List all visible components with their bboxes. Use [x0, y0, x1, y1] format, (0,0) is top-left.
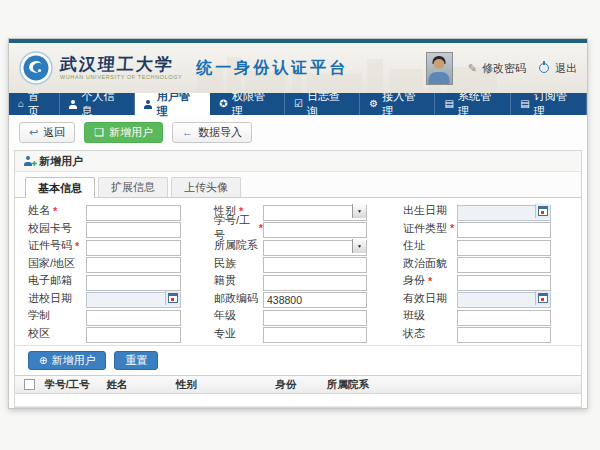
country-region-label: 国家/地区: [28, 256, 86, 271]
main-nav: ⌂首页个人信息用户管理✪权限管理☑日志查询⚙接入管理▤系统管理▤订阅管理: [9, 93, 587, 115]
name-label: 姓名*: [28, 203, 86, 218]
campus-label: 校区: [28, 326, 86, 341]
edit-pencil-icon: ✎: [468, 62, 477, 75]
form-row: 姓名*性别*▼出生日期: [15, 202, 581, 220]
university-name: 武汉理工大学: [59, 56, 183, 73]
change-password-link[interactable]: 修改密码: [482, 61, 526, 76]
add-user-toolbar-button[interactable]: ❏ 新增用户: [84, 122, 163, 143]
panel-header: ✚ 新增用户: [15, 151, 581, 172]
logout-link[interactable]: 退出: [555, 61, 577, 76]
calendar-icon[interactable]: [535, 204, 550, 218]
form-row: 电子邮箱籍贯身份*: [15, 272, 581, 290]
address-input[interactable]: [457, 240, 551, 256]
dropdown-arrow-icon[interactable]: ▼: [352, 204, 366, 218]
id-type-input[interactable]: [457, 222, 551, 238]
grade-label: 年级: [214, 308, 263, 323]
column-header-name: 姓名: [102, 378, 172, 392]
class-input[interactable]: [457, 310, 551, 326]
native-place-input[interactable]: [263, 275, 367, 291]
nav-item-label: 接入管理: [382, 89, 425, 119]
country-region-input[interactable]: [86, 257, 181, 273]
tab-upload-avatar[interactable]: 上传头像: [171, 177, 241, 197]
gender-field: ▼: [263, 203, 367, 219]
column-header-gender: 性别: [172, 378, 271, 392]
add-user-icon: ❏: [94, 127, 104, 138]
nav-item-subscription-management[interactable]: ▤订阅管理: [511, 93, 587, 115]
calendar-icon[interactable]: [535, 291, 550, 305]
school-system-field: [86, 308, 181, 324]
column-header-actions: 操作: [577, 378, 581, 392]
department-field: ▼: [263, 238, 367, 254]
column-header-department: 所属院系: [323, 378, 577, 392]
calendar-icon[interactable]: [165, 291, 180, 305]
data-import-label: 数据导入: [198, 125, 242, 140]
campus-card-no-input[interactable]: [86, 222, 181, 238]
email-input[interactable]: [86, 275, 181, 291]
student-worker-id-input[interactable]: [263, 222, 367, 238]
users-icon: [144, 100, 153, 109]
dropdown-arrow-icon[interactable]: ▼: [352, 239, 366, 253]
submit-add-user-button[interactable]: ⊕ 新增用户: [28, 351, 106, 370]
toolbar: ↩ 返回 ❏ 新增用户 ← 数据导入: [9, 115, 587, 150]
ethnicity-field: [263, 255, 367, 271]
campus-input[interactable]: [86, 327, 181, 343]
nav-item-system-management[interactable]: ▤系统管理: [435, 93, 511, 115]
form-row: 学制年级班级: [15, 307, 581, 325]
class-label: 班级: [403, 308, 457, 323]
major-label: 专业: [214, 326, 263, 341]
political-status-input[interactable]: [457, 257, 551, 273]
identity-input[interactable]: [457, 275, 551, 291]
campus-card-no-label: 校园卡号: [28, 221, 86, 236]
id-number-input[interactable]: [86, 240, 181, 256]
power-icon: [539, 63, 549, 73]
form-row: 证件号码*所属院系▼住址: [15, 237, 581, 255]
valid-date-label: 有效日期: [403, 291, 457, 306]
nav-item-log-query[interactable]: ☑日志查询: [285, 93, 360, 115]
major-input[interactable]: [263, 327, 367, 343]
political-status-label: 政治面貌: [403, 256, 457, 271]
identity-label: 身份*: [403, 273, 457, 288]
student-worker-id-field: [263, 220, 367, 236]
reset-button[interactable]: 重置: [114, 351, 158, 370]
school-system-label: 学制: [28, 308, 86, 323]
name-input[interactable]: [86, 205, 181, 221]
grade-field: [263, 308, 367, 324]
select-all-cell: [15, 379, 41, 390]
nav-item-label: 用户管理: [157, 89, 200, 119]
header: 武汉理工大学 WUHAN UNIVERSITY OF TECHNOLOGY 统一…: [9, 43, 587, 93]
back-button[interactable]: ↩ 返回: [19, 122, 75, 143]
political-status-field: [457, 255, 551, 271]
add-user-toolbar-label: 新增用户: [109, 125, 153, 140]
status-input[interactable]: [457, 327, 551, 343]
user-avatar[interactable]: [426, 52, 453, 85]
select-all-checkbox[interactable]: [24, 379, 35, 390]
country-region-field: [86, 255, 181, 271]
ethnicity-input[interactable]: [263, 257, 367, 273]
grade-input[interactable]: [263, 310, 367, 326]
nav-item-user-management[interactable]: 用户管理: [135, 93, 210, 115]
university-name-en: WUHAN UNIVERSITY OF TECHNOLOGY: [60, 75, 182, 81]
department-label: 所属院系: [214, 238, 263, 253]
nav-item-label: 日志查询: [307, 89, 350, 119]
address-label: 住址: [403, 238, 457, 253]
nav-item-permission-management[interactable]: ✪权限管理: [210, 93, 285, 115]
add-user-panel: ✚ 新增用户 基本信息扩展信息上传头像 姓名*性别*▼出生日期校园卡号学号/工号…: [14, 150, 582, 408]
postal-code-input[interactable]: [263, 292, 367, 308]
add-user-person-icon: ✚: [23, 156, 33, 166]
desktop-background: 武汉理工大学 WUHAN UNIVERSITY OF TECHNOLOGY 统一…: [0, 0, 600, 450]
school-system-input[interactable]: [86, 310, 181, 326]
nav-item-home[interactable]: ⌂首页: [9, 93, 60, 115]
tab-basic-info[interactable]: 基本信息: [25, 177, 95, 198]
id-number-label: 证件号码*: [28, 238, 86, 253]
nav-item-profile[interactable]: 个人信息: [60, 93, 135, 115]
nav-item-label: 首页: [28, 89, 50, 119]
id-type-field: [457, 220, 551, 236]
required-asterisk: *: [75, 240, 79, 252]
campus-card-no-field: [86, 220, 181, 236]
submit-add-user-label: 新增用户: [51, 353, 95, 368]
permission-icon: ✪: [219, 99, 227, 109]
tab-extended-info[interactable]: 扩展信息: [98, 177, 168, 197]
data-import-button[interactable]: ← 数据导入: [172, 122, 252, 143]
nav-item-access-management[interactable]: ⚙接入管理: [360, 93, 435, 115]
users-table-header: 学号/工号姓名性别身份所属院系操作: [15, 376, 581, 394]
